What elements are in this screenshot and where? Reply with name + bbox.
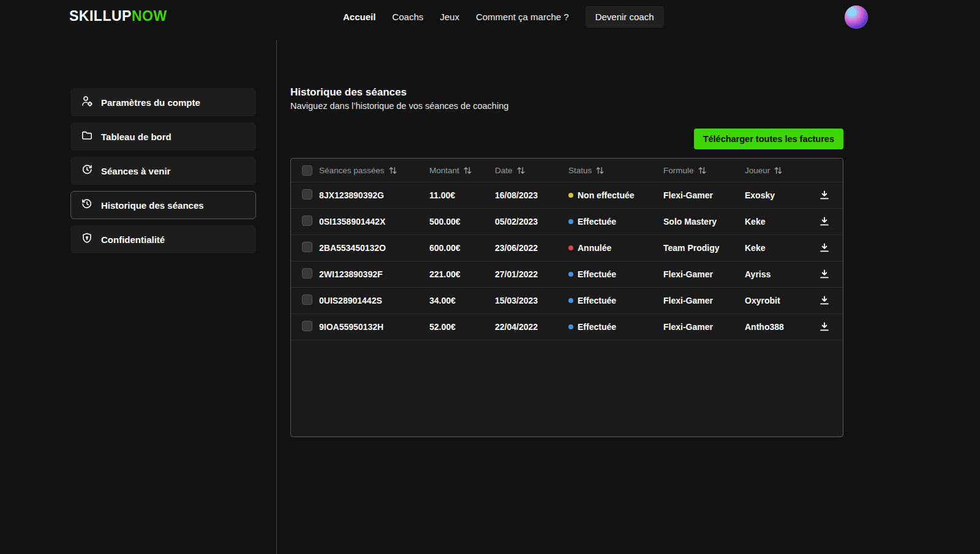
formula: Team Prodigy [663, 243, 745, 253]
amount: 52.00€ [429, 322, 495, 332]
table-header-row: Séances passées Montant Date Status Form… [291, 159, 843, 182]
sidebar-item-parametres[interactable]: Paramètres du compte [70, 88, 256, 116]
table-row: 2WI123890392F 221.00€ 27/01/2022 Effectu… [291, 261, 843, 288]
status-dot [568, 324, 573, 329]
vertical-divider [276, 40, 277, 554]
row-checkbox[interactable] [302, 321, 312, 331]
app-logo[interactable]: SKILLUPNOW [69, 8, 167, 24]
sort-icon [516, 166, 526, 175]
download-invoice-button[interactable] [816, 266, 833, 283]
download-icon [818, 268, 831, 280]
download-invoice-button[interactable] [816, 213, 833, 230]
sidebar-item-label: Séances à venir [101, 166, 170, 176]
session-id: 2BA553450132O [319, 243, 429, 253]
sort-icon [774, 166, 783, 175]
status-dot [568, 219, 573, 224]
row-checkbox[interactable] [302, 189, 312, 200]
date: 15/03/2023 [495, 296, 568, 305]
row-checkbox[interactable] [302, 215, 312, 226]
column-header-status[interactable]: Status [568, 166, 663, 175]
status-dot [568, 193, 573, 198]
download-icon [818, 215, 831, 228]
top-navigation: Accueil Coachs Jeux Comment ça marche ? … [343, 0, 664, 34]
table-row: 9IOA55950132H 52.00€ 22/04/2022 Effectué… [291, 314, 843, 340]
player: Exosky [745, 190, 806, 200]
status-label: Effectuée [578, 322, 616, 332]
sidebar-item-historique[interactable]: Historique des séances [70, 191, 256, 219]
formula: Flexi-Gamer [663, 190, 745, 200]
amount: 600.00€ [429, 243, 495, 253]
sort-icon [698, 166, 707, 175]
select-all-checkbox[interactable] [302, 165, 312, 176]
table-row: 0SI1358901442X 500.00€ 05/02/2023 Effect… [291, 209, 843, 235]
session-id: 0UIS28901442S [319, 296, 429, 305]
status: Effectuée [568, 296, 663, 305]
player: Oxyrobit [745, 296, 806, 305]
session-id: 8JX123890392G [319, 190, 429, 200]
column-header-seances-passees[interactable]: Séances passées [319, 166, 429, 175]
nav-item-coachs[interactable]: Coachs [392, 12, 423, 22]
formula: Flexi-Gamer [663, 322, 745, 332]
player: Ayriss [745, 269, 806, 279]
column-header-joueur[interactable]: Joueur [745, 166, 806, 175]
status-label: Effectuée [578, 296, 616, 305]
status: Effectuée [568, 322, 663, 332]
status-dot [568, 245, 573, 250]
player: Keke [745, 243, 806, 253]
status: Effectuée [568, 217, 663, 226]
status-label: Effectuée [578, 217, 616, 226]
row-checkbox[interactable] [302, 268, 312, 279]
date: 05/02/2023 [495, 217, 568, 226]
history-icon [81, 198, 93, 212]
session-id: 9IOA55950132H [319, 322, 429, 332]
download-invoice-button[interactable] [816, 187, 833, 204]
devenir-coach-button[interactable]: Devenir coach [586, 6, 664, 28]
sidebar-item-seances-a-venir[interactable]: Séances à venir [70, 157, 256, 185]
sessions-table: Séances passées Montant Date Status Form… [290, 158, 843, 437]
sidebar-item-label: Historique des séances [101, 200, 204, 211]
sidebar-item-tableau-de-bord[interactable]: Tableau de bord [70, 122, 256, 151]
date: 23/06/2022 [495, 243, 568, 253]
user-avatar[interactable] [845, 6, 868, 29]
table-row: 2BA553450132O 600.00€ 23/06/2022 Annulée… [291, 235, 843, 261]
sort-icon [388, 166, 398, 175]
column-header-formule[interactable]: Formule [663, 166, 745, 175]
table-row: 0UIS28901442S 34.00€ 15/03/2023 Effectué… [291, 288, 843, 314]
download-all-invoices-button[interactable]: Télécharger toutes les factures [694, 129, 843, 149]
row-checkbox[interactable] [302, 242, 312, 252]
table-row: 8JX123890392G 11.00€ 16/08/2023 Non effe… [291, 182, 843, 209]
formula: Flexi-Gamer [663, 296, 745, 305]
download-invoice-button[interactable] [816, 239, 833, 256]
logo-text-skillup: SKILLUP [69, 8, 132, 24]
formula: Flexi-Gamer [663, 269, 745, 279]
status-dot [568, 298, 573, 303]
sort-icon [595, 166, 605, 175]
download-icon [818, 242, 831, 254]
sidebar-item-label: Tableau de bord [101, 132, 172, 142]
sidebar-item-confidentialite[interactable]: Confidentialité [70, 225, 256, 253]
amount: 11.00€ [429, 190, 495, 200]
nav-item-jeux[interactable]: Jeux [440, 12, 459, 22]
download-invoice-button[interactable] [816, 292, 833, 309]
column-header-date[interactable]: Date [495, 166, 568, 175]
download-invoice-button[interactable] [816, 318, 833, 335]
download-icon [818, 189, 831, 201]
folder-icon [81, 129, 93, 144]
amount: 500.00€ [429, 217, 495, 226]
nav-item-comment-ca-marche[interactable]: Comment ça marche ? [476, 12, 569, 22]
settings-sidebar: Paramètres du compte Tableau de bord Séa… [70, 88, 256, 253]
formula: Solo Mastery [663, 217, 745, 226]
status-label: Annulée [578, 243, 611, 253]
clock-forward-icon [81, 163, 93, 178]
status-label: Non effectuée [578, 190, 635, 200]
status: Effectuée [568, 269, 663, 279]
nav-item-accueil[interactable]: Accueil [343, 12, 375, 22]
column-header-montant[interactable]: Montant [429, 166, 495, 175]
logo-text-now: NOW [132, 8, 167, 24]
session-id: 0SI1358901442X [319, 217, 429, 226]
row-checkbox[interactable] [302, 294, 312, 305]
download-icon [818, 294, 831, 307]
session-id: 2WI123890392F [319, 269, 429, 279]
status: Annulée [568, 243, 663, 253]
actions-row: Télécharger toutes les factures [290, 129, 843, 149]
